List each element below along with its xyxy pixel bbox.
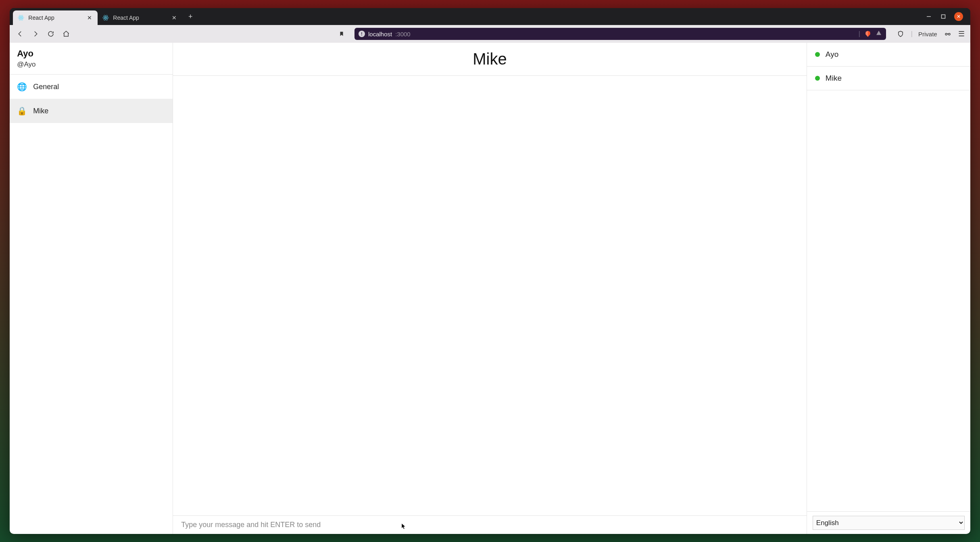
addressbar-divider: | [859,30,860,38]
language-select-wrap: English [807,511,970,534]
svg-point-12 [948,33,950,35]
svg-point-4 [105,17,106,19]
reload-button[interactable] [46,29,56,39]
toolbar-right: | Private ☰ [896,29,965,39]
online-indicator-icon [815,76,820,81]
new-tab-button[interactable]: + [185,11,196,22]
chat-main: Mike [173,43,807,534]
online-indicator-icon [815,52,820,57]
site-info-icon[interactable]: ! [359,31,365,37]
chat-input-wrap [173,515,807,534]
channel-item-mike[interactable]: 🔒 Mike [10,99,173,123]
chat-header: Mike [173,43,807,76]
maximize-button[interactable] [940,13,947,20]
presence-name: Mike [826,74,842,83]
current-user-handle: @Ayo [17,60,165,69]
brave-shields-icon[interactable] [864,30,872,38]
react-logo-icon [18,15,24,21]
svg-rect-9 [941,15,945,19]
presence-item-mike[interactable]: Mike [807,67,970,90]
svg-point-11 [945,33,947,35]
url-port: :3000 [395,31,411,38]
addressbar-tools: | [859,30,882,38]
tab-close-icon[interactable]: ✕ [171,15,177,21]
private-mode-label: Private [918,31,937,38]
addressbar[interactable]: ! localhost:3000 | [354,28,886,40]
presence-name: Ayo [826,50,838,59]
sidebar-right: Ayo Mike English [807,43,970,534]
menu-button[interactable]: ☰ [958,29,965,38]
tabstrip: React App ✕ React App ✕ + ✕ [10,8,970,25]
private-mode-icon [943,29,953,39]
tab-close-icon[interactable]: ✕ [86,15,93,21]
language-select[interactable]: English [813,516,965,530]
globe-icon: 🌐 [17,82,27,92]
react-logo-icon [102,15,109,21]
content-blocker-icon[interactable] [896,29,905,39]
home-button[interactable] [61,29,71,39]
tab-react-app-2[interactable]: React App ✕ [98,10,182,25]
chat-app: Ayo @Ayo 🌐 General 🔒 Mike Mike [10,43,970,534]
channel-item-general[interactable]: 🌐 General [10,75,173,99]
bookmark-icon[interactable] [337,29,346,39]
chat-body [173,76,807,515]
channel-label: General [33,83,59,91]
message-input[interactable] [181,521,799,529]
tab-title: React App [28,15,54,21]
presence-item-ayo[interactable]: Ayo [807,43,970,67]
user-header: Ayo @Ayo [10,43,173,75]
chat-title: Mike [173,50,807,68]
tab-title: React App [113,15,139,21]
current-user-name: Ayo [17,48,165,59]
sidebar-left: Ayo @Ayo 🌐 General 🔒 Mike [10,43,173,534]
browser-window: React App ✕ React App ✕ + ✕ [10,8,970,534]
window-controls: ✕ [925,12,967,21]
minimize-button[interactable] [925,13,932,20]
svg-marker-10 [876,31,881,35]
svg-point-0 [21,17,22,19]
forward-button[interactable] [31,29,40,39]
toolbar: ! localhost:3000 | | Private ☰ [10,25,970,43]
back-button[interactable] [15,29,25,39]
channel-list: 🌐 General 🔒 Mike [10,75,173,123]
toolbar-divider: | [911,30,913,38]
channel-label: Mike [33,107,48,115]
brave-rewards-icon[interactable] [876,30,882,38]
url-host: localhost [368,31,392,38]
close-button[interactable]: ✕ [954,12,963,21]
lock-icon: 🔒 [17,106,27,116]
tab-react-app-1[interactable]: React App ✕ [13,10,98,25]
